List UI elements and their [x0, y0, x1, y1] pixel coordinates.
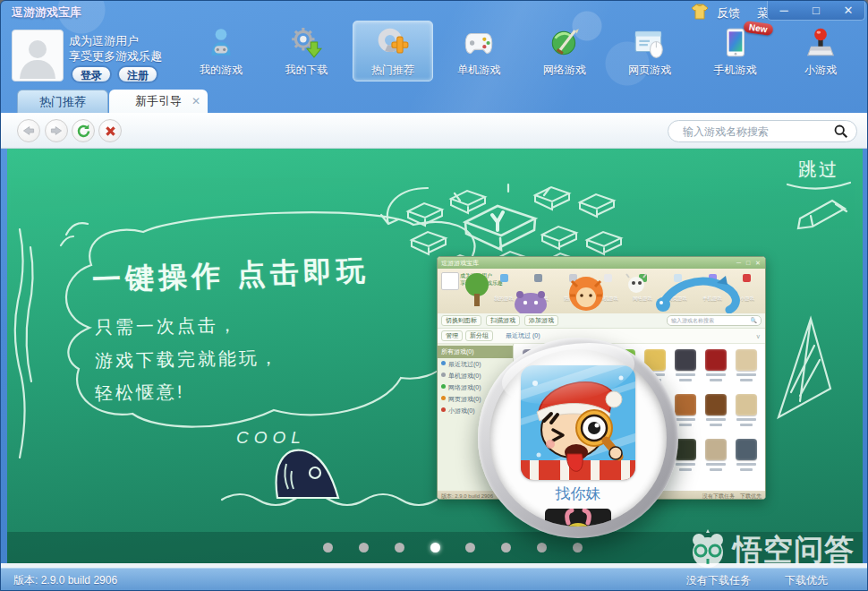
globe-sword-icon — [548, 26, 582, 60]
close-button[interactable]: ✕ — [837, 4, 860, 16]
download-priority-link[interactable]: 下载优先 — [785, 573, 828, 588]
nav-item-my-games[interactable]: 我的游戏 — [182, 22, 260, 81]
back-button[interactable] — [17, 119, 40, 142]
joystick-icon — [804, 26, 838, 60]
minimize-button[interactable]: ─ — [772, 4, 796, 16]
search-input[interactable] — [681, 124, 833, 139]
stop-button[interactable] — [98, 119, 122, 142]
skip-button[interactable]: 跳过 — [798, 158, 839, 182]
nav-item-pc-games[interactable]: 单机游戏 — [439, 22, 518, 81]
mini-toolbar: 切换到图标 扫描游戏 添加游戏 输入游戏名称搜索🔍 — [438, 313, 765, 329]
tab-hot-recommend[interactable]: 热门推荐 — [17, 90, 108, 113]
gamepad-icon — [462, 26, 496, 60]
maximize-button[interactable]: □ — [804, 4, 828, 16]
magnifier-ball: 找你妹 — [478, 338, 678, 538]
forward-arrow-icon — [49, 124, 64, 138]
pagination-dot[interactable] — [430, 543, 440, 552]
mini-game-tile — [734, 349, 759, 394]
back-arrow-icon — [21, 124, 36, 138]
partial-game-tile — [545, 509, 611, 527]
pagination-dot[interactable] — [359, 543, 369, 552]
window-controls: ─ □ ✕ — [767, 1, 865, 21]
refresh-icon — [76, 124, 91, 139]
stop-x-icon — [104, 124, 117, 138]
guide-board: 跳过 一键操作 点击即玩 只需一次点击， 游戏下载完就能玩， 轻松惬意! COO… — [7, 149, 863, 563]
mini-sidebar-item: 最近玩过(0) — [438, 358, 513, 370]
login-button[interactable]: 登录 — [71, 65, 112, 83]
search-icon[interactable] — [833, 124, 848, 139]
user-promo-line1: 成为逗游用户 — [69, 33, 139, 49]
mini-game-tile — [734, 394, 759, 439]
guide-body-line2: 游戏下载完就能玩， — [95, 346, 280, 373]
main-nav: 我的游戏 我的下载 热门推荐 单机游戏 网络游戏 — [182, 22, 860, 81]
gear-download-icon — [289, 26, 323, 60]
game-icon-zhaonimei — [521, 365, 635, 480]
mini-game-tile — [703, 439, 728, 484]
skin-icon[interactable] — [690, 4, 710, 20]
pagination-dot[interactable] — [537, 543, 547, 552]
window-title: 逗游游戏宝库 — [12, 4, 81, 21]
app-window: 逗游游戏宝库 反馈 菜单 ─ □ ✕ 成为逗游用户 享受更多游戏乐趣 登录 注册… — [0, 0, 868, 591]
mini-search-box: 输入游戏名称搜索🔍 — [667, 315, 762, 326]
tab-beginner-guide[interactable]: 新手引导 ✕ — [109, 90, 208, 113]
pagination-dot[interactable] — [465, 543, 475, 552]
pagination-dot[interactable] — [323, 543, 333, 552]
search-box — [668, 120, 857, 142]
mini-titlebar: 逗游游戏宝库 ─ □ ✕ — [438, 257, 765, 269]
mini-game-tile — [703, 394, 728, 439]
person-silhouette-icon — [18, 36, 57, 79]
nav-item-web-games[interactable]: 网页游戏 — [610, 22, 689, 81]
user-promo-line2: 享受更多游戏乐趣 — [69, 48, 162, 64]
mini-game-tile — [673, 349, 698, 394]
nav-item-my-downloads[interactable]: 我的下载 — [267, 22, 345, 81]
feedback-link[interactable]: 反馈 — [717, 5, 740, 21]
nav-item-online-games[interactable]: 网络游戏 — [525, 22, 604, 81]
pagination-dot[interactable] — [573, 543, 583, 552]
pagination-dots — [323, 543, 583, 552]
mini-window-controls: ─ □ ✕ — [736, 257, 762, 269]
refresh-button[interactable] — [72, 119, 95, 142]
tab-close-icon[interactable]: ✕ — [191, 90, 200, 113]
guide-body-line3: 轻松惬意! — [95, 380, 185, 406]
mascots-illustration — [438, 269, 765, 313]
mini-game-tile — [734, 439, 759, 484]
person-gamepad-icon — [204, 26, 238, 60]
register-button[interactable]: 注册 — [117, 65, 158, 83]
download-status-label: 没有下载任务 — [686, 573, 751, 588]
magnified-game-label: 找你妹 — [489, 484, 667, 504]
mini-header: 成为逗游用户 享受更多游戏乐趣 我的游戏我的下载热门推荐单机游戏网络游戏网页游戏… — [438, 269, 765, 313]
avatar[interactable] — [12, 30, 64, 81]
pagination-dot[interactable] — [501, 543, 511, 552]
mini-sidebar-header: 所有游戏(0) — [438, 346, 513, 358]
pagination-dot[interactable] — [395, 543, 404, 552]
cool-text: COOL — [236, 428, 306, 448]
nav-item-mini-games[interactable]: 小游戏 — [781, 22, 860, 81]
ring-plus-icon — [376, 26, 410, 60]
nav-item-hot-recommend[interactable]: 热门推荐 — [353, 21, 433, 81]
guide-body-line1: 只需一次点击， — [95, 313, 239, 340]
nav-item-mobile-games[interactable]: New 手机游戏 — [696, 22, 775, 81]
browser-mouse-icon — [633, 26, 667, 60]
mini-game-tile — [703, 349, 728, 394]
version-label: 版本: 2.9.0 build 2906 — [13, 573, 117, 588]
forward-button[interactable] — [45, 119, 68, 142]
